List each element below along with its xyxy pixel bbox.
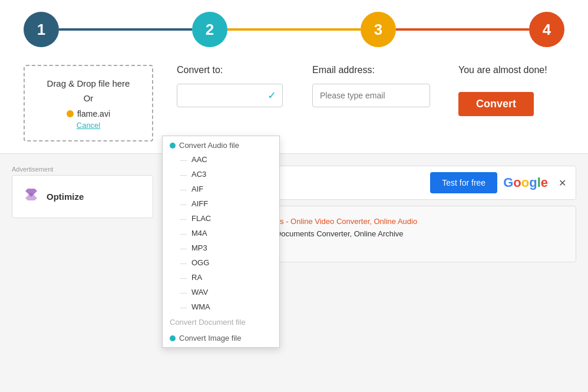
format-label-ra: RA [191,273,202,282]
drop-zone-section: Drag & Drop file here Or flame.avi Cance… [24,65,165,141]
file-name: flame.avi [77,109,110,118]
step-group-2: 2 [192,12,361,47]
format-dropdown-menu: Convert Audio file — AAC — AC3 — AIF — A… [162,136,280,348]
google-logo: Google [503,175,548,190]
format-item-ac3[interactable]: — AC3 [163,167,279,182]
format-item-mp3[interactable]: — MP3 [163,241,279,255]
format-label-mp3: MP3 [191,243,207,252]
format-label-m4a: M4A [191,229,207,238]
format-item-aiff[interactable]: — AIFF [163,196,279,211]
fzz-link-video[interactable]: orts - Online Video Converter, Online Au… [271,217,417,226]
format-item-wma[interactable]: — WMA [163,299,279,314]
test-for-free-button[interactable]: Test for free [430,172,497,193]
almost-done-label: You are almost done! [458,65,547,75]
convert-to-section: Convert to: ✓ [165,65,295,141]
convert-to-label: Convert to: [177,65,295,75]
ad-label: Advertisement [12,166,153,173]
step-group-4: 4 [529,12,564,47]
category-audio-icon [170,143,176,149]
category-audio: Convert Audio file [163,136,279,152]
ad-close-icon[interactable]: ✕ [559,177,566,189]
item-line-icon: — [180,230,187,237]
format-label-ac3: AC3 [191,170,206,179]
item-line-icon: — [180,200,187,207]
step-2-circle: 2 [192,12,227,47]
step-4-circle: 4 [529,12,564,47]
item-line-icon: — [180,274,187,281]
optimize-ad-box: Optimize [12,175,153,218]
step-1-circle: 1 [24,12,59,47]
convert-button-section: You are almost done! Convert [447,65,564,141]
format-item-m4a[interactable]: — M4A [163,226,279,241]
format-label-aiff: AIFF [191,199,208,208]
stepper: 1 2 3 4 [0,0,588,53]
cancel-link[interactable]: Cancel [77,121,100,130]
optimize-icon [22,185,41,208]
main-area: Drag & Drop file here Or flame.avi Cance… [0,53,588,154]
optimize-text: Optimize [47,192,84,202]
item-line-icon: — [180,259,187,266]
drop-zone[interactable]: Drag & Drop file here Or flame.avi Cance… [24,65,153,141]
item-line-icon: — [180,245,187,252]
category-document: Convert Document file [163,314,279,329]
category-image-icon [170,335,176,341]
bottom-area: Advertisement Optimize makes as 1-2-3. T… [0,160,588,268]
file-item: flame.avi [67,109,110,118]
category-document-label: Convert Document file [170,318,246,327]
format-label-wma: WMA [191,302,210,311]
step-3-line [396,28,529,31]
item-line-icon: — [180,171,187,178]
step-2-line [227,28,361,31]
step-group-3: 3 [361,12,529,47]
drop-zone-text: Drag & Drop file here [47,77,130,91]
or-text: Or [84,93,94,103]
category-image-label: Convert Image file [179,334,242,342]
item-line-icon: — [180,289,187,296]
category-audio-label: Convert Audio file [179,141,239,150]
format-item-aac[interactable]: — AAC [163,152,279,167]
item-line-icon: — [180,186,187,193]
format-item-ogg[interactable]: — OGG [163,255,279,270]
format-label-aac: AAC [191,155,207,164]
format-item-ra[interactable]: — RA [163,270,279,285]
chevron-down-icon: ✓ [267,89,276,102]
ad-section: Advertisement Optimize [12,166,153,262]
format-item-wav[interactable]: — WAV [163,285,279,299]
convert-button[interactable]: Convert [458,92,534,116]
format-label-wav: WAV [191,288,208,297]
category-image: Convert Image file [163,329,279,347]
format-label-aif: AIF [191,185,203,193]
file-dot-icon [67,110,74,117]
email-section: Email address: [295,65,447,141]
step-1-line [59,28,192,31]
format-label-ogg: OGG [191,258,209,267]
format-label-flac: FLAC [191,214,211,223]
format-item-flac[interactable]: — FLAC [163,211,279,226]
step-3-circle: 3 [361,12,396,47]
format-item-aif[interactable]: — AIF [163,182,279,196]
step-group-1: 1 [24,12,192,47]
item-line-icon: — [180,156,187,163]
email-label: Email address: [312,65,447,75]
item-line-icon: — [180,215,187,222]
format-dropdown-trigger[interactable]: ✓ [177,84,283,107]
item-line-icon: — [180,304,187,311]
email-input[interactable] [312,84,430,107]
